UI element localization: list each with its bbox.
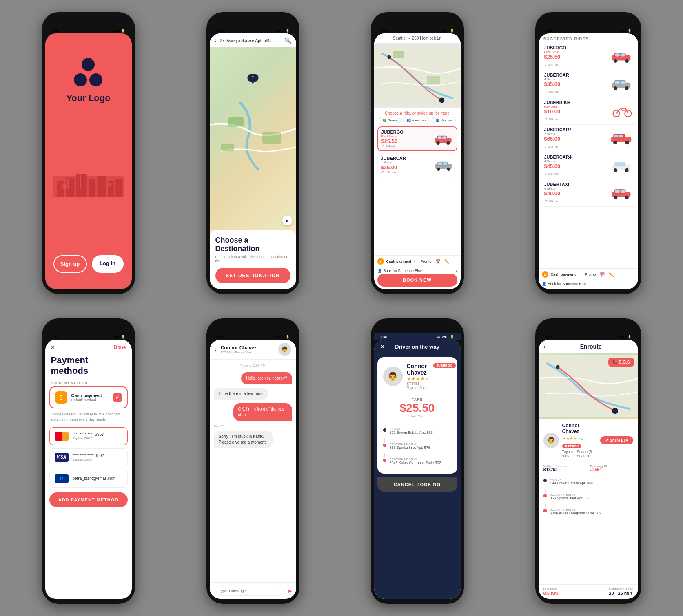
payment-description: Choose desired vehicle type. We offer ca… — [45, 408, 132, 425]
splash-content: Your Logo — [45, 33, 132, 289]
chat-input-field[interactable] — [214, 586, 284, 596]
suggested-jubergo[interactable]: JUBERGO Best Save $25.50 ⏱ 1-4 min — [542, 43, 635, 70]
calendar-icon[interactable]: 📅 — [435, 259, 440, 264]
promo-button[interactable]: Promo — [421, 259, 432, 263]
send-icon[interactable]: ➤ — [287, 587, 292, 595]
cash-payment-method[interactable]: $ Cash payment Default method ✓ — [49, 386, 128, 408]
brand-name: Your Logo — [66, 93, 110, 104]
driver-close-icon[interactable]: ✕ — [380, 343, 385, 351]
ride-option-jubergo[interactable]: JUBERGO Best Save $25.50 ⏱ 1-4 min — [377, 126, 457, 151]
visa-row[interactable]: VISA **** **** **** 3802 Expires 10/27 — [49, 448, 128, 466]
sug-jubercar-time: ⏱ 1-5 min — [544, 90, 559, 94]
sug-payment-badge: $ — [542, 271, 548, 278]
destination-title: Choose a Destionation — [215, 236, 290, 253]
notch-4 — [572, 17, 605, 25]
auth-buttons: Sign up Log in — [53, 255, 124, 273]
back-arrow-icon[interactable]: ‹ — [215, 37, 217, 44]
sug-jubergo-car — [610, 50, 632, 63]
share-eta-button[interactable]: ↗ Share ETA — [600, 436, 633, 444]
enroute-back-icon[interactable]: ‹ — [543, 343, 546, 350]
payment-row: $ Cash payment › Promo 📅 ✏️ — [377, 258, 457, 265]
chat-header: ‹ Connor Chavez ST3781 · Toyota Vios 👨 — [210, 340, 296, 360]
svg-rect-12 — [228, 117, 244, 126]
enroute-meta-row: Vehicle Number ST3752 Booking ID #2564 — [539, 462, 638, 475]
edit-icon[interactable]: ✏️ — [444, 259, 449, 264]
sug-promo-button[interactable]: Promo — [585, 272, 596, 276]
driver-stars: ★★★★★ — [407, 376, 429, 382]
phone-ride-select: 9:41 ▪▪▪WiFi🔋 Seattle → 280 Hemlock Ln — [371, 12, 464, 294]
signal-icons-5: ▪▪▪WiFi🔋 — [108, 335, 125, 339]
route-header: Seattle → 280 Hemlock Ln — [374, 33, 461, 43]
chat-back-icon[interactable]: ‹ — [215, 346, 217, 353]
distance-item: Distance 8.5 Km — [543, 587, 558, 596]
chat-driver-avatar: 👨 — [278, 343, 291, 356]
done-button[interactable]: Done — [114, 344, 126, 350]
close-icon[interactable]: × — [51, 344, 55, 351]
sug-calendar-icon[interactable]: 📅 — [600, 272, 605, 277]
sug-jubercar7-name: JUBERCAR7 — [544, 127, 608, 132]
login-button[interactable]: Log in — [92, 255, 124, 273]
filter-green[interactable]: 🌿Green — [379, 117, 400, 124]
mastercard-icon — [55, 432, 69, 441]
payment-badge: $ — [377, 258, 384, 265]
route-section: PICK-UP 199 Brown Estate Apt. 866 DESTIO… — [383, 425, 452, 465]
sug-jubercar4-time: ⏱ 1-5 min — [544, 172, 559, 176]
phone-payment: 9:41 ▪▪▪WiFi🔋 × Done Payment methods CUR… — [42, 318, 135, 604]
chat-driver-name: Connor Chavez — [221, 345, 274, 351]
signal-icons-2: ▪▪▪WiFi🔋 — [273, 29, 289, 33]
ride-option-jubercar[interactable]: JUBERCAR 4 Seats $35.00 ⏱ 1-5 min — [377, 153, 457, 177]
cash-method-name: Cash payment — [71, 393, 102, 398]
svg-point-16 — [387, 55, 391, 59]
suggested-jubercar7[interactable]: JUBERCAR7 7 Seats $65.00 ⏱ 1-5 min — [542, 125, 635, 152]
suggested-jubercar4[interactable]: JUBERCAR4 4 Seats $45.00 ⏱ 1-5 min — [542, 152, 635, 179]
add-payment-button[interactable]: ADD PAYMENT METHOD — [49, 492, 128, 507]
book-someone-row[interactable]: 👤 Book for Someone Else › — [377, 267, 457, 274]
address-bar[interactable]: 27 Sawayn Square Apt. 585... — [220, 38, 284, 43]
time-6: 9:41 — [216, 335, 224, 339]
suggested-juberbike[interactable]: JUBERBIKE Pay Less $10.00 ⏱ 1-5 min — [542, 97, 635, 125]
set-destination-button[interactable]: SET DESTIONATION — [215, 268, 290, 283]
driver-otw-screen: ✕ Driver on the way ✕ 👨 Connor Chavez ★★… — [374, 340, 461, 599]
eta-value: 20 - 25 min — [609, 591, 633, 596]
distance-value: 8.5 Km — [543, 591, 558, 596]
status-bar-7: 9:41 ▪▪▪WiFi🔋 — [374, 333, 461, 340]
filter-woman[interactable]: 👤Woman — [432, 117, 455, 124]
dest1-dot — [383, 444, 386, 447]
jubergo-time: ⏱ 1-4 min — [381, 144, 430, 148]
chat-input-row: ➤ — [210, 582, 296, 599]
enroute-dest2-info: DESTIONATION #2 6046 Kulas Overpass Suit… — [550, 508, 602, 516]
svg-rect-19 — [427, 76, 440, 84]
sug-edit-icon[interactable]: ✏️ — [609, 272, 614, 277]
suggested-jubercar[interactable]: JUBERCAR 4 Seats $35.00 ⏱ 1-5 min — [542, 70, 635, 97]
cash-method-sub: Default method — [71, 398, 102, 402]
sos-button[interactable]: 📞 S.O.S — [608, 358, 634, 367]
paypal-row[interactable]: P petra_stark@email.com — [49, 470, 128, 488]
signup-button[interactable]: Sign up — [53, 255, 87, 273]
phone-driver-otw: 9:41 ▪▪▪WiFi🔋 ✕ Driver on the way ✕ 👨 Co… — [371, 318, 464, 604]
sug-book-someone-row[interactable]: 👤 Book for Someone Else › — [542, 280, 635, 287]
phone-enroute: 9:41 ▪▪▪WiFi🔋 ‹ Enroute — [535, 318, 641, 604]
enroute-dest2-address: 6046 Kulas Overpass Suite 302 — [550, 511, 602, 516]
map-screen-content: ‹ 27 Sawayn Square Apt. 585... 🔍 — [210, 33, 296, 289]
visa-info: **** **** **** 3802 Expires 10/27 — [73, 453, 104, 461]
enroute-driver-avatar: 👨 — [543, 433, 559, 448]
distance-label: Distance — [543, 587, 558, 591]
location-icon[interactable]: ➤ — [282, 216, 292, 225]
cancel-booking-button[interactable]: CANCEL BOOKING — [377, 477, 457, 492]
dest1-label: DESTIONATION #1 — [390, 443, 430, 446]
svg-point-17 — [439, 97, 444, 103]
search-icon[interactable]: 🔍 — [284, 37, 291, 44]
suggested-jubertaxi[interactable]: JUBERTAXI 4 Seats $40.00 ⏱ 1-5 min — [542, 179, 635, 207]
payment-label[interactable]: Cash payment — [386, 259, 412, 263]
book-now-button[interactable]: BOOK NOW — [377, 274, 457, 287]
mastercard-row[interactable]: **** **** **** 5967 Expires 09/25 — [49, 427, 128, 445]
sug-payment-label[interactable]: Cash payment — [551, 272, 576, 276]
sug-jubercar7-car — [610, 132, 632, 145]
time-7: 9:41 — [381, 335, 388, 339]
status-bar-6: 9:41 ▪▪▪WiFi🔋 — [210, 333, 296, 340]
payment-screen: × Done Payment methods CURRENT METHOD $ … — [45, 340, 132, 599]
filter-handicap[interactable]: ♿Handicap — [403, 117, 430, 124]
enroute-pickup-address: 199 Brown Estate Apt. 866 — [550, 481, 594, 486]
mastercard-info: **** **** **** 5967 Expires 09/25 — [73, 432, 104, 440]
cash-icon: $ — [55, 391, 67, 404]
